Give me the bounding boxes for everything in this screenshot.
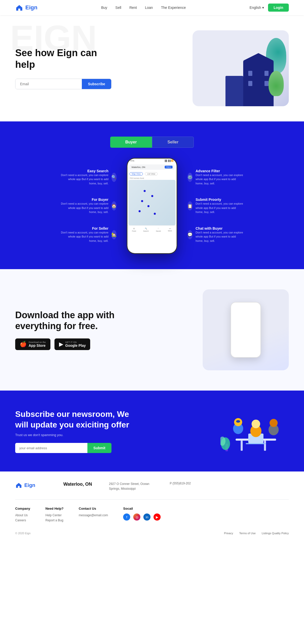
- more-icon: •••: [169, 228, 171, 229]
- phone-nav-more-label: More: [168, 230, 172, 232]
- youtube-icon[interactable]: ▶: [154, 513, 161, 521]
- people-svg: [220, 406, 286, 456]
- footer-link-helpcenter[interactable]: Help Center: [45, 513, 64, 517]
- feature-for-buyer: For Buyer Don't need a account, you can …: [61, 198, 117, 214]
- phone-bottom-nav: ⊞ Feed 🔍 Search ♡ Saved ••• More: [127, 225, 177, 233]
- phone-filter-button[interactable]: Filters: [165, 166, 173, 168]
- nav-buy[interactable]: Buy: [101, 6, 107, 10]
- tab-buyer[interactable]: Buyer: [110, 137, 152, 148]
- feature-chat-buyer: 💬 Chat with Buyer Don't need a account, …: [187, 226, 243, 243]
- map-dot-4: [147, 205, 149, 207]
- hero-title: See how Eign can help: [15, 47, 111, 70]
- feature-title-easy-search: Easy Search: [61, 169, 108, 173]
- footer-col-contact: Contact Us message@email.com: [79, 507, 108, 524]
- chevron-down-icon: ▾: [262, 6, 264, 10]
- phone-nav-feed-label: Feed: [132, 230, 136, 232]
- newsletter-section: Subscribe our newsroom, We will update y…: [0, 391, 304, 471]
- footer-link-about[interactable]: About Us: [15, 513, 30, 517]
- footer-link-email[interactable]: message@email.com: [79, 513, 108, 517]
- map-dot-3: [141, 200, 143, 202]
- footer-phone: P (555)619-202: [170, 482, 208, 485]
- appstore-big-text: App Store: [29, 344, 46, 348]
- nav-right: English ▾ Login: [250, 4, 289, 12]
- footer-top: Eign Waterloo, ON 2927 O Conner Street, …: [15, 482, 289, 500]
- appstore-small-text: Download on the: [29, 341, 46, 344]
- feature-advance-filter: ⚙️ Advance Filter Don't need a account, …: [187, 169, 243, 186]
- phone-time: 9:41: [130, 160, 135, 162]
- map-dot-5: [139, 210, 141, 212]
- phone-status-bar: 9:41 ▐▐ ▐▐ 📶: [127, 159, 177, 163]
- download-title: Download the app with everything for fre…: [15, 310, 122, 331]
- googleplay-button[interactable]: ▶ GET IT ON Google Play: [54, 338, 90, 350]
- chat-icon-circle: 💬: [187, 230, 193, 239]
- footer-bottom-links: Privacy Terms of Use Listings Quality Po…: [224, 532, 289, 535]
- seller-icon-circle: 🏡: [111, 230, 117, 239]
- footer-privacy-link[interactable]: Privacy: [224, 532, 233, 535]
- list-view-tab[interactable]: List View: [145, 172, 158, 176]
- email-input[interactable]: [15, 79, 82, 89]
- newsletter-illustration: [218, 406, 289, 456]
- appstore-button[interactable]: 🍎 Download on the App Store: [15, 338, 50, 350]
- footer-listings-link[interactable]: Listings Quality Policy: [262, 532, 289, 535]
- nav-rent[interactable]: Rent: [129, 6, 137, 10]
- phone-mockup: 9:41 ▐▐ ▐▐ 📶 Waterloo, ON Filters Map Vi…: [127, 158, 177, 254]
- buyer-icon-circle: 🏠: [111, 201, 117, 210]
- instagram-icon[interactable]: ◎: [133, 513, 140, 521]
- facebook-icon[interactable]: f: [123, 513, 130, 521]
- filter-icon-circle: ⚙️: [187, 173, 193, 182]
- apple-icon: 🍎: [20, 341, 27, 348]
- newsletter-email-input[interactable]: [15, 443, 87, 453]
- heart-icon: ♡: [158, 228, 159, 230]
- footer-link-reportbug[interactable]: Report a Bug: [45, 519, 64, 522]
- app-section: Buyer Seller Easy Search Don't need a ac…: [0, 121, 304, 269]
- footer-link-careers[interactable]: Careers: [15, 519, 30, 522]
- subscribe-button[interactable]: Subscribe: [82, 79, 111, 89]
- nav-experience[interactable]: The Experience: [161, 6, 186, 10]
- app-content: Easy Search Don't need a account, you ca…: [10, 158, 294, 254]
- footer-location-col: Waterloo, ON: [63, 482, 94, 491]
- building-scene: [193, 30, 289, 106]
- phone-view-tabs: Map View List View: [127, 171, 177, 177]
- hero-left: See how Eign can help Subscribe: [15, 47, 111, 89]
- footer-logo: Eign: [15, 482, 48, 489]
- window-2: [264, 71, 269, 76]
- nav-sell[interactable]: Sell: [115, 6, 121, 10]
- logo[interactable]: Eign: [15, 4, 37, 12]
- building-side: [225, 76, 243, 106]
- footer-terms-link[interactable]: Terms of Use: [239, 532, 256, 535]
- feature-easy-search: Easy Search Don't need a account, you ca…: [61, 169, 117, 186]
- phone-nav-feed[interactable]: ⊞ Feed: [132, 228, 136, 232]
- language-selector[interactable]: English ▾: [250, 6, 264, 10]
- nav-loan[interactable]: Loan: [145, 6, 153, 10]
- search-nav-icon: 🔍: [145, 228, 147, 230]
- newsletter-submit-button[interactable]: Submit: [87, 443, 111, 453]
- newsletter-title: Subscribe our newsroom, We will update y…: [15, 409, 137, 430]
- phone-nav-saved[interactable]: ♡ Saved: [156, 228, 161, 232]
- feature-title-for-buyer: For Buyer: [61, 198, 108, 202]
- googleplay-small-text: GET IT ON: [65, 341, 86, 344]
- phone-nav-search-label: Search: [143, 230, 149, 232]
- login-button[interactable]: Login: [268, 4, 289, 12]
- phone-nav-search[interactable]: 🔍 Search: [143, 228, 149, 232]
- phone-search-bar: Waterloo, ON Filters: [129, 164, 175, 170]
- feed-icon: ⊞: [133, 228, 135, 230]
- hero-section: EIGN See how Eign can help Subscribe: [0, 15, 304, 121]
- phone-nav-more[interactable]: ••• More: [168, 228, 172, 232]
- feature-desc-for-buyer: Don't need a account, you can explore wh…: [61, 202, 108, 214]
- chat-icon: 💬: [187, 232, 193, 237]
- linkedin-icon[interactable]: in: [143, 513, 150, 521]
- window-1: [248, 71, 252, 76]
- tab-seller[interactable]: Seller: [152, 137, 194, 148]
- copyright-text: © 2020 Eign: [15, 532, 31, 535]
- newsletter-subtitle: Trust us we don't spamming you.: [15, 433, 137, 437]
- map-view-tab[interactable]: Map View: [129, 172, 143, 176]
- map-dot-1: [144, 190, 146, 192]
- map-dot-6: [154, 213, 156, 215]
- logo-text: Eign: [25, 4, 37, 11]
- footer-address-col: 2927 O Conner Street, OceanSprings, Miss…: [109, 482, 155, 491]
- navbar: Eign Buy Sell Rent Loan The Experience E…: [0, 0, 304, 15]
- svg-point-10: [252, 420, 260, 428]
- googleplay-big-text: Google Play: [65, 344, 86, 348]
- search-icon-circle: 🔍: [111, 173, 117, 182]
- feature-desc-for-seller: Don't need a account, you can explore wh…: [61, 230, 108, 243]
